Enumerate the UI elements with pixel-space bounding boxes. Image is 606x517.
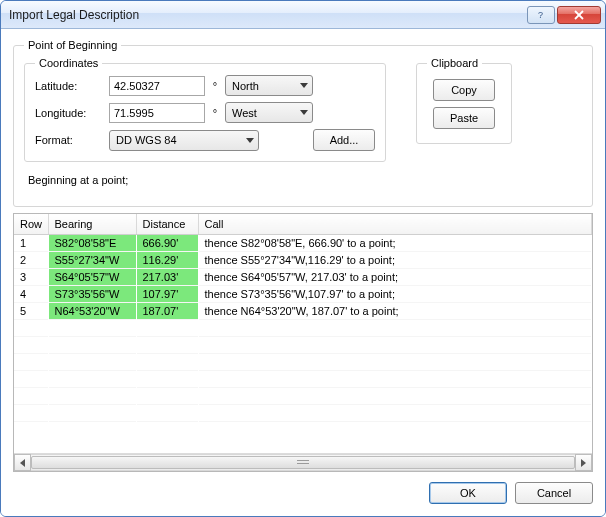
chevron-down-icon xyxy=(300,83,308,88)
scroll-left-button[interactable] xyxy=(14,454,31,471)
triangle-left-icon xyxy=(20,459,25,467)
latitude-input[interactable] xyxy=(109,76,205,96)
col-header-distance[interactable]: Distance xyxy=(136,214,198,234)
latitude-label: Latitude: xyxy=(35,80,105,92)
coordinates-legend: Coordinates xyxy=(35,57,102,69)
cell-call[interactable]: thence S82°08'58"E, 666.90' to a point; xyxy=(198,234,592,251)
paste-button[interactable]: Paste xyxy=(433,107,495,129)
add-button[interactable]: Add... xyxy=(313,129,375,151)
format-value: DD WGS 84 xyxy=(116,134,240,146)
cell-row: 1 xyxy=(14,234,48,251)
cell-distance[interactable]: 187.07' xyxy=(136,302,198,319)
cell-distance[interactable]: 217.03' xyxy=(136,268,198,285)
longitude-label: Longitude: xyxy=(35,107,105,119)
coordinates-group: Coordinates Latitude: ° North Longitude:… xyxy=(24,57,386,162)
clipboard-legend: Clipboard xyxy=(427,57,482,69)
col-header-row[interactable]: Row xyxy=(14,214,48,234)
cell-distance[interactable]: 116.29' xyxy=(136,251,198,268)
cell-row: 4 xyxy=(14,285,48,302)
cell-bearing[interactable]: N64°53'20"W xyxy=(48,302,136,319)
cell-call[interactable]: thence S64°05'57"W, 217.03' to a point; xyxy=(198,268,592,285)
title-bar: Import Legal Description ? xyxy=(1,1,605,29)
cell-bearing[interactable]: S64°05'57"W xyxy=(48,268,136,285)
help-button[interactable]: ? xyxy=(527,6,555,24)
latitude-direction-value: North xyxy=(232,80,294,92)
table-row-empty xyxy=(14,387,592,404)
table-row-empty xyxy=(14,370,592,387)
horizontal-scrollbar[interactable] xyxy=(14,453,592,471)
cancel-button[interactable]: Cancel xyxy=(515,482,593,504)
cell-call[interactable]: thence N64°53'20"W, 187.07' to a point; xyxy=(198,302,592,319)
svg-text:?: ? xyxy=(538,10,543,20)
cell-row: 5 xyxy=(14,302,48,319)
table-row[interactable]: 3S64°05'57"W217.03'thence S64°05'57"W, 2… xyxy=(14,268,592,285)
cell-bearing[interactable]: S55°27'34"W xyxy=(48,251,136,268)
degree-symbol: ° xyxy=(209,107,221,119)
window-title: Import Legal Description xyxy=(9,8,525,22)
client-area: Point of Beginning Coordinates Latitude:… xyxy=(1,29,605,516)
table-row-empty xyxy=(14,353,592,370)
longitude-direction-select[interactable]: West xyxy=(225,102,313,123)
longitude-direction-value: West xyxy=(232,107,294,119)
grip-icon xyxy=(297,460,309,466)
cell-bearing[interactable]: S73°35'56"W xyxy=(48,285,136,302)
cell-call[interactable]: thence S55°27'34"W,116.29' to a point; xyxy=(198,251,592,268)
table-row-empty xyxy=(14,336,592,353)
degree-symbol: ° xyxy=(209,80,221,92)
chevron-down-icon xyxy=(246,138,254,143)
copy-button[interactable]: Copy xyxy=(433,79,495,101)
table-header-row: Row Bearing Distance Call xyxy=(14,214,592,234)
cell-distance[interactable]: 666.90' xyxy=(136,234,198,251)
calls-table: Row Bearing Distance Call 1S82°08'58"E66… xyxy=(13,213,593,472)
cell-row: 3 xyxy=(14,268,48,285)
latitude-direction-select[interactable]: North xyxy=(225,75,313,96)
table-row-empty xyxy=(14,404,592,421)
point-of-beginning-group: Point of Beginning Coordinates Latitude:… xyxy=(13,39,593,207)
table-row-empty xyxy=(14,319,592,336)
chevron-down-icon xyxy=(300,110,308,115)
beginning-text: Beginning at a point; xyxy=(28,174,580,186)
col-header-call[interactable]: Call xyxy=(198,214,592,234)
scroll-right-button[interactable] xyxy=(575,454,592,471)
table-row[interactable]: 1S82°08'58"E666.90'thence S82°08'58"E, 6… xyxy=(14,234,592,251)
col-header-bearing[interactable]: Bearing xyxy=(48,214,136,234)
format-label: Format: xyxy=(35,134,105,146)
cell-call[interactable]: thence S73°35'56"W,107.97' to a point; xyxy=(198,285,592,302)
table-row[interactable]: 5N64°53'20"W187.07'thence N64°53'20"W, 1… xyxy=(14,302,592,319)
table-row[interactable]: 4S73°35'56"W107.97'thence S73°35'56"W,10… xyxy=(14,285,592,302)
longitude-input[interactable] xyxy=(109,103,205,123)
cell-distance[interactable]: 107.97' xyxy=(136,285,198,302)
format-select[interactable]: DD WGS 84 xyxy=(109,130,259,151)
cell-bearing[interactable]: S82°08'58"E xyxy=(48,234,136,251)
scroll-thumb[interactable] xyxy=(31,456,575,469)
close-button[interactable] xyxy=(557,6,601,24)
table-row[interactable]: 2S55°27'34"W116.29'thence S55°27'34"W,11… xyxy=(14,251,592,268)
ok-button[interactable]: OK xyxy=(429,482,507,504)
dialog-footer: OK Cancel xyxy=(13,472,593,504)
clipboard-group: Clipboard Copy Paste xyxy=(416,57,512,144)
triangle-right-icon xyxy=(581,459,586,467)
pob-legend: Point of Beginning xyxy=(24,39,121,51)
scroll-track[interactable] xyxy=(31,454,575,471)
cell-row: 2 xyxy=(14,251,48,268)
